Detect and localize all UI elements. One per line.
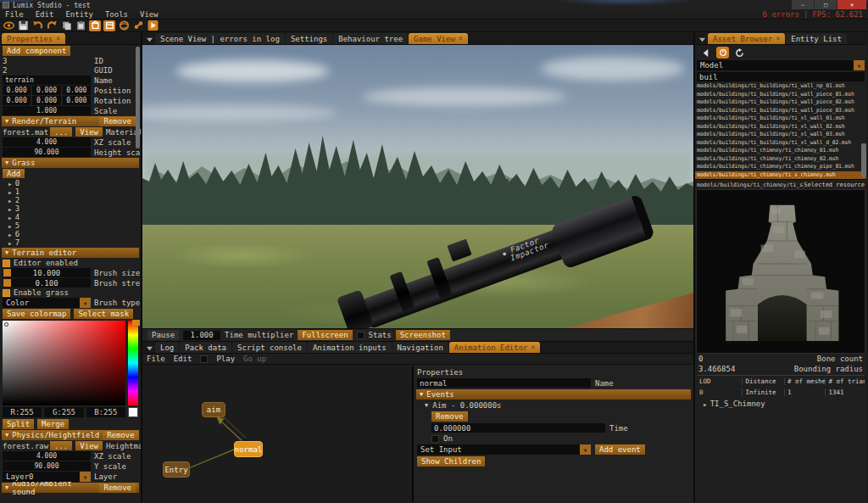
fullscreen-button[interactable]: Fullscreen [298, 330, 352, 340]
grass-item-2[interactable]: ▶2 [0, 196, 141, 204]
grass-header[interactable]: ▼ Grass [2, 158, 139, 168]
material-view-button[interactable]: View [75, 127, 103, 137]
events-header[interactable]: ▼Events [416, 389, 691, 400]
green-value[interactable]: G:255 [44, 407, 83, 417]
window-menu-icon[interactable] [144, 343, 154, 353]
plugin-icon[interactable] [132, 20, 144, 31]
xz-scale-input[interactable]: 4.000 [3, 137, 91, 147]
physics-y-scale-input[interactable]: 90.000 [3, 461, 91, 471]
grass-add-button[interactable]: Add [3, 169, 25, 178]
stats-checkbox[interactable] [357, 332, 364, 339]
maximize-button[interactable]: ▢ [815, 0, 837, 9]
menu-edit[interactable]: Edit [36, 10, 54, 19]
asset-item[interactable]: models/buildings/ti_buildings/ti_wall_np… [695, 82, 866, 91]
asset-item[interactable]: models/buildings/ti_chimney/ti_chimney_0… [695, 155, 866, 164]
heightmap-browse-button[interactable]: ... [50, 441, 72, 450]
eye-icon[interactable] [3, 20, 14, 31]
package-icon[interactable] [103, 20, 115, 31]
remove-physics-button[interactable]: Remove [103, 431, 139, 440]
auto-reload-icon[interactable] [716, 47, 729, 59]
physics-heightfield-header[interactable]: ▼ Physics/Heightfield Remove [2, 430, 139, 440]
window-menu-icon[interactable] [697, 34, 707, 44]
asset-item[interactable]: models/buildings/ti_chimney/ti_chimney_0… [695, 147, 866, 155]
asset-item[interactable]: models/buildings/ti_chimney/ti_chimney_p… [695, 163, 866, 171]
close-icon[interactable]: × [776, 35, 780, 42]
asset-item[interactable]: models/buildings/ti_buildings/ti_xl_wall… [695, 131, 866, 139]
screenshot-button[interactable]: Screenshot [396, 330, 450, 340]
world-icon[interactable] [118, 20, 130, 31]
save-icon[interactable] [17, 20, 29, 31]
grass-item-3[interactable]: ▶3 [0, 204, 141, 213]
close-button[interactable]: ✕ [837, 0, 866, 9]
remove-audio-button[interactable]: Remove [99, 483, 136, 493]
asset-item[interactable]: models/buildings/ti_buildings/ti_wall_pi… [695, 107, 866, 115]
select-mask-button[interactable]: Select mask [74, 309, 133, 319]
show-children-button[interactable]: Show Children [417, 456, 485, 467]
close-icon[interactable]: × [56, 35, 60, 42]
heightmap-view-button[interactable]: View [75, 441, 103, 450]
brush-size-slider[interactable]: 10.000 [3, 268, 91, 277]
minimize-button[interactable]: – [792, 0, 814, 9]
menu-file[interactable]: File [5, 10, 24, 19]
model-preview[interactable] [696, 189, 865, 354]
render-terrain-header[interactable]: ▼ Render/Terrain Remove [2, 116, 139, 126]
undo-icon[interactable] [31, 20, 43, 31]
node-name-input[interactable]: normal [417, 378, 591, 388]
close-icon[interactable]: × [459, 35, 463, 42]
tab-log[interactable]: Log [155, 342, 179, 353]
remove-event-button[interactable]: Remove [431, 411, 468, 422]
asset-item[interactable]: models/buildings/ti_buildings/ti_xl_wall… [695, 123, 866, 131]
blue-value[interactable]: B:255 [86, 407, 125, 417]
tab-properties[interactable]: Properties × [2, 33, 65, 44]
back-icon[interactable] [699, 47, 712, 59]
rotation-y-input[interactable]: 0.000 [32, 96, 60, 105]
color-swatch[interactable] [128, 407, 138, 417]
grass-item-7[interactable]: ▶7 [0, 238, 141, 247]
tab-behaviour-tree[interactable]: Behaviour tree [333, 33, 408, 44]
menu-entity[interactable]: Entity [65, 10, 93, 19]
tab-settings[interactable]: Settings [286, 33, 332, 44]
merge-button[interactable]: Merge [37, 419, 69, 429]
enable-grass-checkbox[interactable] [3, 289, 10, 297]
save-colormap-button[interactable]: Save colormap [3, 309, 70, 319]
remove-render-terrain-button[interactable]: Remove [99, 117, 136, 126]
event-item-aim[interactable]: ▼Aim - 0.000000s [425, 401, 690, 410]
close-icon[interactable]: × [531, 344, 536, 351]
error-count[interactable]: 6 errors [763, 10, 799, 19]
go-up-button[interactable]: Go up [243, 355, 266, 363]
pack-project-icon[interactable] [89, 20, 101, 31]
grass-item-1[interactable]: ▶1 [0, 187, 141, 196]
event-on-checkbox[interactable] [431, 435, 439, 443]
tab-scene-view[interactable]: Scene View | errors in log [155, 33, 285, 44]
split-button[interactable]: Split [3, 419, 34, 429]
window-menu-icon[interactable] [144, 34, 154, 44]
node-aim[interactable]: aim [202, 402, 225, 417]
properties-scrollbar[interactable] [136, 47, 140, 148]
play-icon[interactable] [147, 20, 159, 31]
paste-icon[interactable] [75, 20, 86, 31]
animation-node-graph[interactable]: aim normal Entry [144, 366, 414, 501]
tab-game-view[interactable]: Game View× [409, 33, 468, 44]
asset-item[interactable]: models/buildings/ti_buildings/ti_wall_pi… [695, 91, 866, 99]
tab-navigation[interactable]: Navigation [392, 342, 448, 353]
asset-item[interactable]: models/buildings/ti_buildings/ti_wall_pi… [695, 98, 866, 107]
tab-pack-data[interactable]: Pack data [180, 342, 231, 353]
event-type-dropdown[interactable]: Set Input▼ [417, 444, 591, 455]
redo-icon[interactable] [46, 20, 58, 31]
rotation-x-input[interactable]: 0.000 [3, 96, 31, 105]
time-multiplier-input[interactable]: 1.000 [183, 331, 220, 340]
asset-item-selected[interactable]: models/buildings/ti_chimney/ti_s_chimney… [695, 171, 866, 180]
mesh-tree-item[interactable]: ▶ TI_S_Chimney [695, 399, 866, 409]
saturation-value-area[interactable] [3, 321, 125, 405]
asset-type-dropdown[interactable]: Model ▼ [697, 60, 865, 70]
layer-dropdown[interactable]: Layer0▼ [3, 472, 91, 482]
physics-xz-scale-input[interactable]: 4.000 [3, 451, 91, 461]
red-value[interactable]: R:255 [3, 407, 42, 417]
refresh-icon[interactable] [733, 47, 746, 59]
tab-asset-browser[interactable]: Asset Browser× [708, 33, 785, 44]
game-viewport[interactable]: ● Factor Impactor [142, 45, 693, 328]
anim-menu-edit[interactable]: Edit [174, 355, 192, 363]
name-input[interactable]: terrain [3, 75, 91, 85]
tab-entity-list[interactable]: Entity List [786, 33, 847, 44]
tab-animation-editor[interactable]: Animation Editor× [449, 342, 541, 353]
